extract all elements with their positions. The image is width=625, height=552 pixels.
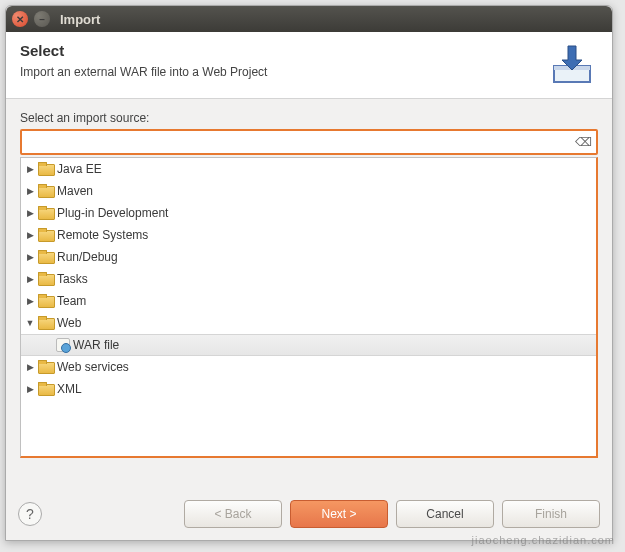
finish-button: Finish xyxy=(502,500,600,528)
folder-icon xyxy=(38,228,54,242)
help-button[interactable]: ? xyxy=(18,502,42,526)
page-title: Select xyxy=(20,42,267,59)
tree-item-label: Java EE xyxy=(57,162,102,176)
tree-item-remote-systems[interactable]: ▶ Remote Systems xyxy=(21,224,596,246)
folder-icon xyxy=(38,250,54,264)
chevron-right-icon[interactable]: ▶ xyxy=(25,384,35,394)
chevron-right-icon[interactable]: ▶ xyxy=(25,274,35,284)
tree-item-label: Web services xyxy=(57,360,129,374)
tree-item-war-file[interactable]: WAR file xyxy=(21,334,596,356)
chevron-right-icon[interactable]: ▶ xyxy=(25,208,35,218)
titlebar: ✕ – Import xyxy=(6,6,612,32)
minimize-icon[interactable]: – xyxy=(34,11,50,27)
next-button[interactable]: Next > xyxy=(290,500,388,528)
folder-icon xyxy=(38,272,54,286)
tree-item-web-services[interactable]: ▶ Web services xyxy=(21,356,596,378)
import-dialog: ✕ – Import Select Import an external WAR… xyxy=(5,5,613,541)
folder-icon xyxy=(38,294,54,308)
page-subtitle: Import an external WAR file into a Web P… xyxy=(20,65,267,79)
tree-item-label: Team xyxy=(57,294,86,308)
tree-item-run-debug[interactable]: ▶ Run/Debug xyxy=(21,246,596,268)
tree-item-web[interactable]: ▼ Web xyxy=(21,312,596,334)
folder-icon xyxy=(38,206,54,220)
import-source-tree[interactable]: ▶ Java EE ▶ Maven ▶ Plug-in Development … xyxy=(20,157,598,458)
chevron-right-icon[interactable]: ▶ xyxy=(25,252,35,262)
chevron-right-icon[interactable]: ▶ xyxy=(25,164,35,174)
folder-icon xyxy=(38,316,54,330)
tree-item-xml[interactable]: ▶ XML xyxy=(21,378,596,400)
folder-icon xyxy=(38,360,54,374)
cancel-button[interactable]: Cancel xyxy=(396,500,494,528)
close-icon[interactable]: ✕ xyxy=(12,11,28,27)
tree-item-javaee[interactable]: ▶ Java EE xyxy=(21,158,596,180)
chevron-right-icon[interactable]: ▶ xyxy=(25,230,35,240)
button-bar: ? < Back Next > Cancel Finish xyxy=(6,492,612,540)
tree-item-label: Tasks xyxy=(57,272,88,286)
tree-item-label: XML xyxy=(57,382,82,396)
search-input[interactable] xyxy=(20,129,598,155)
import-icon xyxy=(546,42,598,86)
chevron-down-icon[interactable]: ▼ xyxy=(25,318,35,328)
window-title: Import xyxy=(60,12,100,27)
search-wrap: ⌫ xyxy=(20,129,598,155)
tree-item-label: Maven xyxy=(57,184,93,198)
tree-item-label: Remote Systems xyxy=(57,228,148,242)
chevron-right-icon[interactable]: ▶ xyxy=(25,296,35,306)
wizard-header: Select Import an external WAR file into … xyxy=(6,32,612,99)
tree-item-label: Plug-in Development xyxy=(57,206,168,220)
chevron-right-icon[interactable]: ▶ xyxy=(25,186,35,196)
source-label: Select an import source: xyxy=(20,111,598,125)
tree-item-label: Web xyxy=(57,316,81,330)
tree-item-team[interactable]: ▶ Team xyxy=(21,290,596,312)
clear-icon[interactable]: ⌫ xyxy=(575,135,592,149)
war-file-icon xyxy=(56,338,70,352)
back-button: < Back xyxy=(184,500,282,528)
tree-item-maven[interactable]: ▶ Maven xyxy=(21,180,596,202)
tree-item-tasks[interactable]: ▶ Tasks xyxy=(21,268,596,290)
tree-item-label: Run/Debug xyxy=(57,250,118,264)
folder-icon xyxy=(38,162,54,176)
wizard-content: Select an import source: ⌫ ▶ Java EE ▶ M… xyxy=(6,99,612,492)
chevron-right-icon[interactable]: ▶ xyxy=(25,362,35,372)
tree-item-plugin-dev[interactable]: ▶ Plug-in Development xyxy=(21,202,596,224)
folder-icon xyxy=(38,184,54,198)
folder-icon xyxy=(38,382,54,396)
tree-item-label: WAR file xyxy=(73,338,119,352)
